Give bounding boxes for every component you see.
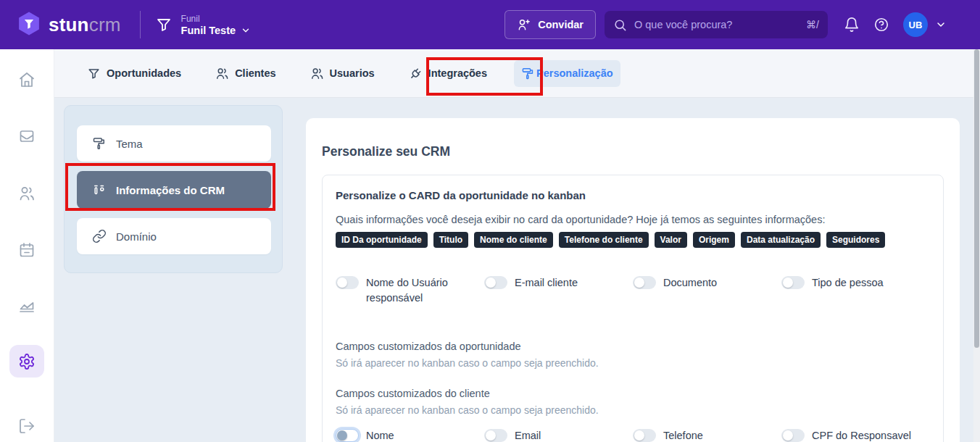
header-divider — [140, 11, 141, 38]
users-icon — [310, 67, 324, 80]
toggle-switch[interactable] — [336, 276, 359, 289]
kanban-card-section: Personalize o CARD da oportunidade no ka… — [322, 175, 944, 442]
gear-icon — [18, 353, 36, 370]
funnel-icon — [87, 67, 101, 80]
toggle-switch[interactable] — [633, 429, 656, 442]
user-menu-chevron-icon[interactable] — [935, 19, 947, 30]
toggle-switch[interactable] — [484, 429, 507, 442]
module-tabbar: Oportunidades Clientes Usuarios Integraç… — [54, 49, 980, 98]
tab-personalizacao[interactable]: Personalização — [514, 60, 620, 87]
funnel-selector-label: Funil — [181, 14, 251, 25]
calendar-icon — [18, 241, 36, 259]
plug-icon — [409, 67, 423, 80]
badge-field: ID Da oportunidade — [336, 232, 428, 248]
tab-oportunidades[interactable]: Oportunidades — [80, 60, 188, 87]
tab-clientes[interactable]: Clientes — [208, 60, 283, 87]
paint-roller-icon — [92, 136, 107, 151]
user-plus-icon — [517, 17, 531, 32]
badge-field: Seguidores — [826, 232, 885, 248]
toggle-email-cliente: E-mail cliente — [484, 275, 633, 306]
settings-nav-tema[interactable]: Tema — [77, 125, 271, 162]
notifications-bell-icon[interactable] — [844, 17, 860, 33]
users-icon — [215, 67, 229, 80]
app-header: stuncrm Funil Funil Teste Convidar ⌘/ UB — [0, 0, 980, 49]
stun-hexagon-logo-icon — [16, 11, 42, 38]
invite-button[interactable]: Convidar — [504, 10, 596, 39]
settings-nav-dominio[interactable]: Domínio — [77, 218, 271, 254]
funnel-icon — [155, 16, 173, 33]
badge-field: Nome do cliente — [474, 232, 553, 248]
toggle-switch[interactable] — [336, 429, 359, 442]
sidebar-item-settings[interactable] — [9, 345, 44, 378]
badge-field: Titulo — [433, 232, 468, 248]
section-question: Quais informações você deseja exibir no … — [336, 214, 930, 225]
brand-logo[interactable]: stuncrm — [16, 11, 121, 38]
toggle-nome-usuario-responsavel: Nome do Usuário responsável — [336, 275, 484, 306]
sidebar-item-reports[interactable] — [9, 289, 44, 322]
badge-field: Telefone do cliente — [559, 232, 649, 248]
toggle-cpf-responsavel: CPF do Responsavel — [781, 428, 930, 442]
toggle-telefone: Telefone — [633, 428, 781, 442]
inbox-icon — [18, 128, 36, 145]
funnel-selector-value: Funil Teste — [181, 25, 236, 36]
toggle-switch[interactable] — [633, 276, 656, 289]
funnel-selector[interactable]: Funil Funil Teste — [155, 14, 251, 36]
sidebar-item-inbox[interactable] — [9, 120, 44, 152]
settings-nav-panel: Tema Informações do CRM Domínio — [64, 105, 283, 273]
scrollbar-thumb[interactable] — [974, 49, 979, 348]
client-toggles-row: Nome Email Telefone CPF do Responsavel — [336, 428, 930, 442]
help-icon[interactable] — [873, 17, 889, 33]
custom-opportunity-fields-block: Campos customizados da oportunidade Só i… — [336, 341, 930, 369]
toggle-tipo-de-pessoa: Tipo de pessoa — [781, 275, 930, 306]
toggle-documento: Documento — [633, 275, 781, 306]
sidebar-item-calendar[interactable] — [9, 233, 44, 266]
logout-icon — [18, 417, 36, 435]
search-shortcut: ⌘/ — [806, 19, 819, 30]
toggle-switch[interactable] — [484, 276, 507, 289]
content-area: Tema Informações do CRM Domínio Personal… — [54, 99, 980, 442]
sidebar-item-home[interactable] — [9, 63, 44, 96]
settings-nav-informacoes-crm[interactable]: Informações do CRM — [77, 171, 271, 209]
area-chart-icon — [18, 297, 36, 314]
link-icon — [92, 229, 107, 243]
badge-field: Data atualização — [741, 232, 821, 248]
page-scrollbar — [973, 49, 980, 442]
custom-client-fields-block: Campos customizados do cliente Só irá ap… — [336, 388, 930, 416]
opportunity-toggles-row: Nome do Usuário responsável E-mail clien… — [336, 275, 930, 306]
user-avatar[interactable]: UB — [903, 12, 928, 37]
paint-roller-icon — [521, 67, 535, 80]
brand-name: stuncrm — [49, 14, 121, 36]
toggle-switch[interactable] — [781, 429, 805, 442]
tab-integracoes[interactable]: Integrações — [402, 60, 494, 87]
global-search: ⌘/ — [605, 11, 828, 38]
toggle-email: Email — [484, 428, 633, 442]
toggle-switch[interactable] — [781, 276, 805, 289]
chevron-down-icon — [241, 25, 251, 36]
badge-field: Origem — [693, 232, 735, 248]
home-icon — [18, 71, 36, 88]
personalize-crm-card: Personalize seu CRM Personalize o CARD d… — [306, 118, 960, 442]
sidebar-item-contacts[interactable] — [9, 177, 44, 209]
card-fields-badges: ID Da oportunidade Titulo Nome do client… — [336, 232, 930, 248]
tab-usuarios[interactable]: Usuarios — [303, 60, 382, 87]
sliders-icon — [92, 183, 107, 197]
search-icon — [613, 18, 627, 32]
badge-field: Valor — [655, 232, 687, 248]
sidebar-rail — [0, 49, 54, 442]
users-icon — [18, 185, 36, 202]
page-title: Personalize seu CRM — [322, 144, 944, 159]
sidebar-item-logout[interactable] — [9, 409, 44, 442]
toggle-nome: Nome — [336, 428, 484, 442]
section-heading: Personalize o CARD da oportunidade no ka… — [336, 189, 930, 201]
search-input[interactable] — [634, 19, 799, 30]
